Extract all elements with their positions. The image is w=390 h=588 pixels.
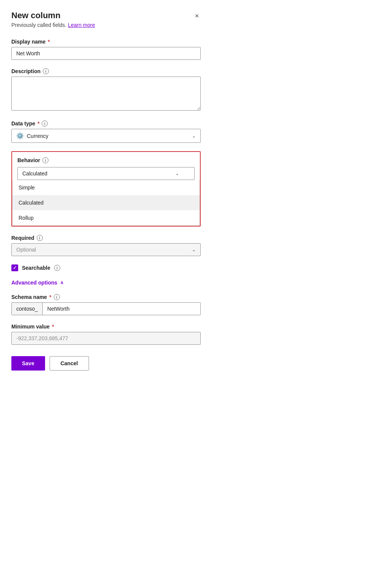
description-input[interactable] xyxy=(11,77,201,111)
behavior-info-icon: i xyxy=(42,157,48,163)
display-name-field: Display name * xyxy=(11,39,201,60)
currency-icon: ⚙️ xyxy=(16,132,24,139)
display-name-label: Display name * xyxy=(11,39,201,45)
advanced-options-toggle[interactable]: Advanced options ∧ xyxy=(11,280,64,286)
required-value: Optional xyxy=(16,247,189,253)
behavior-option-calculated[interactable]: Calculated xyxy=(12,195,200,210)
required-info-icon: i xyxy=(37,235,43,241)
schema-name-required-star: * xyxy=(49,294,51,300)
cancel-button[interactable]: Cancel xyxy=(50,356,89,371)
advanced-options-chevron-icon: ∧ xyxy=(60,280,64,285)
schema-name-field: Schema name * i contoso_ xyxy=(11,294,201,315)
behavior-dropdown-list: Simple Calculated Rollup xyxy=(12,180,200,226)
behavior-option-rollup[interactable]: Rollup xyxy=(12,210,200,225)
data-type-select[interactable]: ⚙️ Currency ⌄ xyxy=(11,129,201,143)
description-info-icon: i xyxy=(43,68,49,74)
schema-name-wrapper: contoso_ xyxy=(11,302,201,315)
behavior-section: Behavior i Calculated ⌄ Simple Calculate… xyxy=(11,151,201,227)
required-field: Required i Optional ⌄ xyxy=(11,235,201,256)
searchable-checkbox[interactable]: ✓ xyxy=(11,264,18,271)
checkmark-icon: ✓ xyxy=(13,266,17,270)
panel-title: New column xyxy=(11,11,201,20)
required-star: * xyxy=(48,39,50,45)
schema-name-input[interactable] xyxy=(43,303,200,315)
close-icon: × xyxy=(195,12,199,20)
display-name-input[interactable] xyxy=(11,47,201,60)
required-chevron-icon: ⌄ xyxy=(192,247,196,252)
save-button[interactable]: Save xyxy=(11,356,45,371)
data-type-label: Data type * i xyxy=(11,120,201,127)
close-button[interactable]: × xyxy=(191,10,203,22)
learn-more-link[interactable]: Learn more xyxy=(68,22,95,28)
minimum-value-field: Minimum value * xyxy=(11,324,201,345)
behavior-option-simple[interactable]: Simple xyxy=(12,180,200,195)
searchable-row: ✓ Searchable i xyxy=(11,264,201,271)
required-label: Required i xyxy=(11,235,201,241)
data-type-field: Data type * i ⚙️ Currency ⌄ xyxy=(11,120,201,143)
searchable-info-icon: i xyxy=(54,265,60,271)
searchable-label: Searchable xyxy=(22,265,50,271)
behavior-dropdown-header[interactable]: Calculated ⌄ xyxy=(17,167,195,180)
schema-name-info-icon: i xyxy=(54,294,60,300)
behavior-label: Behavior i xyxy=(17,157,195,163)
panel-subtitle: Previously called fields. Learn more xyxy=(11,22,201,28)
data-type-info-icon: i xyxy=(42,120,48,127)
minimum-value-required-star: * xyxy=(52,324,54,330)
required-select[interactable]: Optional ⌄ xyxy=(11,243,201,256)
minimum-value-label: Minimum value * xyxy=(11,324,201,330)
schema-prefix: contoso_ xyxy=(12,303,43,315)
minimum-value-input[interactable] xyxy=(11,332,201,345)
description-label: Description i xyxy=(11,68,201,74)
data-type-value: Currency xyxy=(27,133,196,139)
footer-buttons: Save Cancel xyxy=(11,356,201,371)
new-column-panel: × New column Previously called fields. L… xyxy=(0,0,212,386)
data-type-required-star: * xyxy=(37,120,39,127)
schema-name-label: Schema name * i xyxy=(11,294,201,300)
behavior-chevron-icon: ⌄ xyxy=(175,171,179,176)
description-field: Description i xyxy=(11,68,201,112)
